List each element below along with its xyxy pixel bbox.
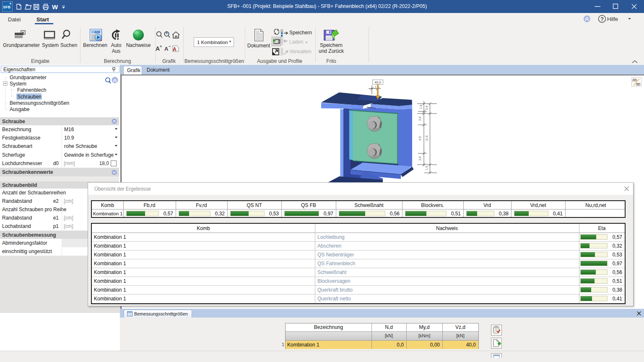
svg-text:Hilfe: Hilfe [607, 16, 618, 22]
svg-text:A: A [164, 46, 169, 52]
svg-text:Grundparameter: Grundparameter [10, 75, 47, 80]
svg-text:A: A [173, 47, 177, 52]
svg-text:Ausgabe: Ausgabe [10, 106, 30, 112]
svg-text:W: W [52, 3, 58, 10]
svg-text:1,9: 1,9 [425, 166, 428, 170]
svg-text:Schrauben: Schrauben [17, 94, 42, 100]
svg-text:System: System [10, 81, 26, 87]
svg-text:A: A [156, 45, 160, 52]
svg-text:3D: 3D [636, 82, 641, 86]
svg-text:1: 1 [375, 85, 377, 88]
svg-text:+: + [9, 2, 11, 6]
svg-text:40,0: 40,0 [374, 80, 381, 84]
svg-text:2,8: 2,8 [425, 106, 428, 110]
svg-text:?: ? [600, 16, 604, 22]
svg-text:1,6: 1,6 [419, 105, 422, 109]
svg-text:2D: 2D [632, 78, 637, 82]
svg-text:Fahnenblech: Fahnenblech [17, 87, 46, 93]
svg-text:2,6: 2,6 [418, 156, 421, 160]
svg-text:+: + [160, 44, 162, 49]
svg-text:Bemessungsschnittgrößen: Bemessungsschnittgrößen [10, 100, 69, 106]
svg-text:11,8: 11,8 [425, 135, 428, 141]
svg-text:2,6: 2,6 [418, 116, 421, 121]
svg-text:−: − [169, 44, 171, 49]
svg-text:6,5: 6,5 [418, 136, 421, 140]
svg-text:123: 123 [94, 30, 100, 34]
